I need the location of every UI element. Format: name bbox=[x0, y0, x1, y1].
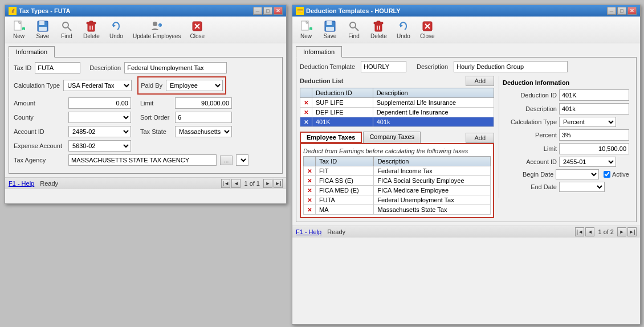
minimize-button-2[interactable]: ─ bbox=[607, 7, 616, 15]
status-ready: Ready bbox=[40, 180, 58, 187]
expense-account-select[interactable]: 5630-02 bbox=[68, 140, 131, 152]
last-button-2[interactable]: ►| bbox=[627, 227, 637, 236]
sort-order-input[interactable] bbox=[175, 112, 232, 123]
di-begin-date-select[interactable] bbox=[556, 169, 599, 179]
tax-agency-select[interactable] bbox=[236, 154, 248, 166]
paidby-select[interactable]: Employee bbox=[166, 80, 223, 91]
svg-rect-32 bbox=[375, 24, 382, 31]
new-button[interactable]: + New bbox=[7, 18, 30, 41]
taxes-row[interactable]: ✕ FUTA Federal Unemployment Tax bbox=[304, 195, 491, 205]
taxes-row[interactable]: ✕ FICA SS (E) FICA Social Security Emplo… bbox=[304, 176, 491, 186]
expense-account-label: Expense Account bbox=[14, 142, 65, 149]
svg-rect-34 bbox=[377, 21, 380, 23]
row-deduction-desc: 401k bbox=[373, 117, 494, 127]
taxes-row[interactable]: ✕ FIT Federal Income Tax bbox=[304, 166, 491, 176]
save-button[interactable]: Save bbox=[31, 18, 54, 41]
deduction-list-section: Deduction List Add Deduction ID Descript… bbox=[300, 76, 494, 127]
row-tax-id: MA bbox=[316, 205, 374, 215]
description-label-2: Description bbox=[417, 63, 448, 70]
help-link[interactable]: F1 - Help bbox=[9, 180, 34, 187]
row-x-tax: ✕ bbox=[304, 186, 316, 195]
description-input[interactable] bbox=[124, 62, 227, 73]
deduction-templates-window: 💳 Deduction Templates - HOURLY ─ □ ✕ + N… bbox=[292, 5, 641, 325]
di-end-date-select[interactable] bbox=[559, 182, 605, 192]
tax-agency-browse-button[interactable]: ... bbox=[220, 156, 233, 165]
di-percent-input[interactable] bbox=[559, 129, 629, 141]
svg-rect-13 bbox=[89, 21, 93, 23]
svg-point-30 bbox=[350, 22, 356, 28]
tax-agency-input[interactable] bbox=[68, 154, 217, 166]
calctype-select[interactable]: USA Federal Tax bbox=[63, 80, 132, 91]
amount-limit-row: Amount Limit bbox=[14, 97, 278, 109]
close-button-2[interactable]: ✕ bbox=[627, 7, 637, 15]
maximize-button[interactable]: □ bbox=[263, 7, 272, 15]
employee-taxes-tab[interactable]: Employee Taxes bbox=[300, 132, 362, 143]
close-toolbar-button[interactable]: Close bbox=[186, 18, 209, 41]
first-button-2[interactable]: |◄ bbox=[575, 227, 584, 236]
di-deduction-id-input[interactable] bbox=[559, 89, 629, 101]
close-toolbar-icon bbox=[191, 20, 203, 32]
di-description-label: Description bbox=[503, 105, 557, 112]
di-description-input[interactable] bbox=[559, 103, 629, 115]
company-taxes-tab[interactable]: Company Taxes bbox=[363, 132, 421, 143]
taxes-add-button[interactable]: Add bbox=[466, 133, 494, 143]
taxes-row[interactable]: ✕ FICA MED (E) FICA Medicare Employee bbox=[304, 186, 491, 195]
save-button-2[interactable]: Save bbox=[319, 18, 341, 41]
close-toolbar-icon-2 bbox=[421, 20, 434, 32]
maximize-button-2[interactable]: □ bbox=[617, 7, 626, 15]
last-button[interactable]: ►| bbox=[274, 179, 283, 188]
tab-content-2: Deduction Template Description Deduction… bbox=[296, 57, 637, 222]
help-link-2[interactable]: F1 - Help bbox=[296, 228, 321, 235]
deduction-list-row[interactable]: ✕ 401K 401k bbox=[300, 117, 494, 127]
accountid-select[interactable]: 2485-02 bbox=[68, 126, 131, 137]
di-account-id-select[interactable]: 2455-01 bbox=[559, 157, 616, 167]
row-tax-desc: Massachusetts State Tax bbox=[374, 205, 491, 215]
di-calc-type-label: Calculation Type bbox=[503, 118, 557, 125]
delete-button[interactable]: Delete bbox=[79, 18, 104, 41]
find-button-2[interactable]: Find bbox=[343, 18, 365, 41]
amount-input[interactable] bbox=[68, 97, 131, 109]
svg-point-9 bbox=[63, 22, 68, 28]
di-calc-type-select[interactable]: Percent bbox=[559, 117, 616, 127]
undo-button-2[interactable]: Undo bbox=[392, 18, 415, 41]
taxstate-select[interactable]: Massachusetts bbox=[175, 126, 232, 137]
prev-button[interactable]: ◄ bbox=[231, 179, 241, 188]
tab-information-2[interactable]: Information bbox=[296, 46, 342, 58]
new-button-2[interactable]: + New bbox=[295, 18, 317, 41]
save-icon bbox=[36, 20, 49, 32]
find-button[interactable]: Find bbox=[55, 18, 78, 41]
deduction-window-icon: 💳 bbox=[296, 7, 304, 15]
taxes-row[interactable]: ✕ MA Massachusetts State Tax bbox=[304, 205, 491, 215]
deduction-list-row[interactable]: ✕ DEP LIFE Dependent Life Insurance bbox=[300, 108, 494, 117]
minimize-button[interactable]: ─ bbox=[253, 7, 262, 15]
svg-rect-11 bbox=[88, 24, 95, 31]
row-deduction-desc: Supplemental Life Insurance bbox=[373, 98, 494, 108]
di-deduction-id-label: Deduction ID bbox=[503, 92, 557, 99]
col-deduction-id: Deduction ID bbox=[312, 88, 373, 98]
first-button[interactable]: |◄ bbox=[221, 179, 230, 188]
deduction-add-button[interactable]: Add bbox=[466, 76, 494, 86]
description-input-2[interactable] bbox=[454, 61, 568, 72]
row-tax-id: FIT bbox=[316, 166, 374, 176]
status-ready-2: Ready bbox=[327, 228, 345, 235]
limit-input[interactable] bbox=[175, 97, 232, 109]
deduction-template-input[interactable] bbox=[361, 61, 406, 72]
prev-button-2[interactable]: ◄ bbox=[585, 227, 594, 236]
tab-information[interactable]: Information bbox=[9, 46, 55, 58]
calctype-paidby-row: Calculation Type USA Federal Tax Paid By… bbox=[14, 76, 278, 95]
county-select[interactable] bbox=[68, 112, 131, 123]
next-button[interactable]: ► bbox=[263, 179, 272, 188]
deduction-list-row[interactable]: ✕ SUP LIFE Supplemental Life Insurance bbox=[300, 98, 494, 108]
update-employees-button[interactable]: ↑ Update Employees bbox=[129, 18, 185, 41]
svg-rect-8 bbox=[39, 27, 47, 31]
active-checkbox[interactable] bbox=[604, 171, 610, 178]
delete-button-2[interactable]: Delete bbox=[366, 18, 391, 41]
next-button-2[interactable]: ► bbox=[617, 227, 626, 236]
di-limit-input[interactable] bbox=[559, 143, 629, 154]
di-begin-date-label: Begin Date bbox=[503, 171, 553, 178]
deduction-template-label: Deduction Template bbox=[300, 63, 355, 70]
close-button[interactable]: ✕ bbox=[274, 7, 283, 15]
close-toolbar-button-2[interactable]: Close bbox=[416, 18, 439, 41]
undo-button[interactable]: Undo bbox=[105, 18, 128, 41]
taxid-input[interactable] bbox=[35, 62, 80, 73]
